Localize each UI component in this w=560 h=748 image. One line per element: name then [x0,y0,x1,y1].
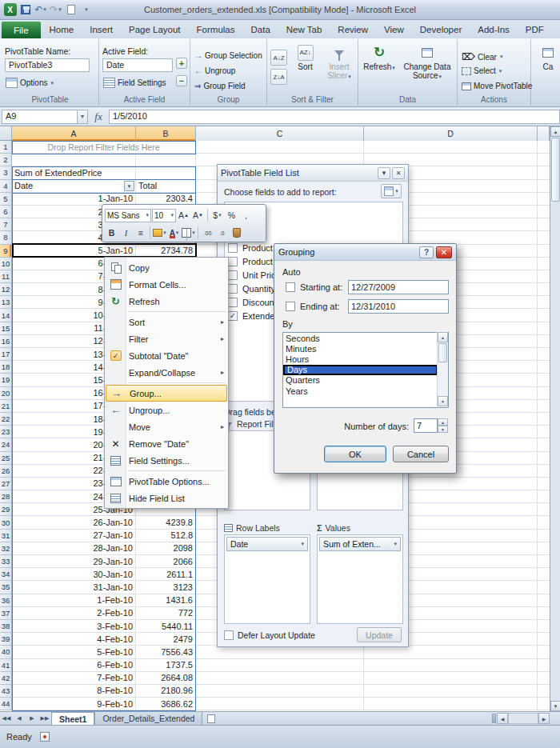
cell-a33[interactable]: 29-Jan-10 [12,555,136,568]
row-header-43[interactable]: 43 [0,685,12,698]
cell-a41[interactable]: 6-Feb-10 [12,659,136,672]
cell-e42[interactable] [538,672,550,685]
ending-at-input[interactable]: 12/31/2010 [348,299,449,314]
by-list-scrollbar[interactable]: ▲ ▼ [437,332,448,406]
qat-customize-icon[interactable]: ▾ [79,3,93,17]
select-all-corner[interactable] [0,126,12,141]
tab-view[interactable]: View [376,20,412,38]
cell-b33[interactable]: 2066 [136,555,196,568]
cell-e16[interactable] [538,335,550,348]
cell-e14[interactable] [538,309,550,322]
row-header-24[interactable]: 24 [0,438,12,451]
move-pivottable-button[interactable]: Move PivotTable [460,81,534,91]
sheet-tab-order-details-extended[interactable]: Order_Details_Extended [94,712,202,725]
insert-function-button[interactable]: fx [88,110,109,123]
cell-e22[interactable] [538,413,550,426]
row-header-29[interactable]: 29 [0,503,12,516]
cancel-button[interactable]: Cancel [393,446,449,462]
cell-a42[interactable]: 7-Feb-10 [12,672,136,685]
cell-b3[interactable] [136,166,196,179]
field-checkbox-unit-price[interactable] [228,270,238,280]
menu-item-group[interactable]: →Group... [106,385,227,402]
scroll-up-icon[interactable]: ▲ [550,126,560,137]
row-header-40[interactable]: 40 [0,646,12,658]
cell-e33[interactable] [538,555,550,568]
row-header-36[interactable]: 36 [0,594,12,607]
field-checkbox-product-name[interactable] [228,257,238,266]
scroll-right-icon[interactable]: ▶ [538,713,550,724]
insert-slicer-button[interactable]: Insert Slicer▾ [322,46,356,81]
row-header-14[interactable]: 14 [0,309,12,322]
cell-e8[interactable] [538,231,550,244]
select-button[interactable]: Select ▾ [460,66,503,76]
menu-item-hide-field-list[interactable]: Hide Field List [105,490,228,506]
cell-b32[interactable]: 2098 [136,542,196,555]
row-header-16[interactable]: 16 [0,335,12,348]
row-header-15[interactable]: 15 [0,322,12,335]
cell-e25[interactable] [538,452,550,465]
scroll-down-icon[interactable]: ▼ [438,396,448,406]
tab-page-layout[interactable]: Page Layout [121,20,189,38]
cell-c40[interactable] [196,646,364,658]
cell-e43[interactable] [538,685,550,698]
italic-button[interactable]: I [119,226,133,240]
column-header-a[interactable]: A [12,126,136,141]
cell-b44[interactable]: 3686.62 [136,698,196,710]
field-checkbox-extendedprice[interactable]: ✓ [228,311,238,321]
field-checkbox-product-id[interactable] [228,243,238,253]
column-header-d[interactable]: D [364,126,538,141]
menu-item-move[interactable]: Move▸ [105,418,228,435]
cell-e23[interactable] [538,426,550,438]
row-header-18[interactable]: 18 [0,361,12,374]
row-header-17[interactable]: 17 [0,348,12,361]
values-area[interactable]: Sum of Exten... ▾ [317,534,403,624]
row-header-20[interactable]: 20 [0,387,12,400]
cell-e17[interactable] [538,348,550,361]
cell-e29[interactable] [538,503,550,516]
cell-e13[interactable] [538,296,550,309]
menu-item-subtotal-date[interactable]: ✓Subtotal "Date" [105,347,228,364]
cell-e40[interactable] [538,646,550,658]
sort-descending-icon[interactable]: Z↓A [270,69,287,85]
comma-format-icon[interactable]: , [239,208,253,222]
field-list-titlebar[interactable]: PivotTable Field List ▼ ✕ [218,165,408,182]
cell-e7[interactable] [538,218,550,231]
by-option-hours[interactable]: Hours [283,354,438,364]
row-header-26[interactable]: 26 [0,465,12,478]
row-header-22[interactable]: 22 [0,413,12,426]
cell-e15[interactable] [538,322,550,335]
tab-developer[interactable]: Developer [412,20,470,38]
cell-e1[interactable] [538,141,550,154]
cell-e10[interactable] [538,258,550,270]
cell-b31[interactable]: 512.8 [136,530,196,542]
cell-e2[interactable] [538,154,550,166]
cell-b4[interactable]: Total [136,180,196,193]
cell-c1[interactable] [196,141,364,154]
cell-e36[interactable] [538,594,550,607]
bold-button[interactable]: B [105,226,118,240]
sheet-tab-sheet1[interactable]: Sheet1 [51,712,94,725]
tab-home[interactable]: Home [42,20,82,38]
ok-button[interactable]: OK [324,446,386,462]
row-header-21[interactable]: 21 [0,400,12,413]
tab-review[interactable]: Review [330,20,376,38]
cell-d42[interactable] [364,672,538,685]
cell-e27[interactable] [538,478,550,490]
cell-e31[interactable] [538,530,550,542]
by-option-minutes[interactable]: Minutes [283,343,438,354]
row-header-11[interactable]: 11 [0,270,12,283]
row-header-2[interactable]: 2 [0,154,12,166]
field-settings-button[interactable]: Field Settings [102,77,168,89]
cell-a2[interactable] [12,154,136,166]
menu-item-refresh[interactable]: ↻Refresh [105,293,228,310]
cell-e26[interactable] [538,465,550,478]
row-header-3[interactable]: 3 [0,166,12,179]
cell-e37[interactable] [538,607,550,620]
row-header-42[interactable]: 42 [0,672,12,685]
cell-e38[interactable] [538,620,550,633]
update-button[interactable]: Update [357,627,402,642]
field-list-close-button[interactable]: ✕ [392,167,405,179]
tab-add-ins[interactable]: Add-Ins [470,20,518,38]
font-color-icon[interactable]: A▾ [167,226,181,240]
row-header-39[interactable]: 39 [0,633,12,646]
